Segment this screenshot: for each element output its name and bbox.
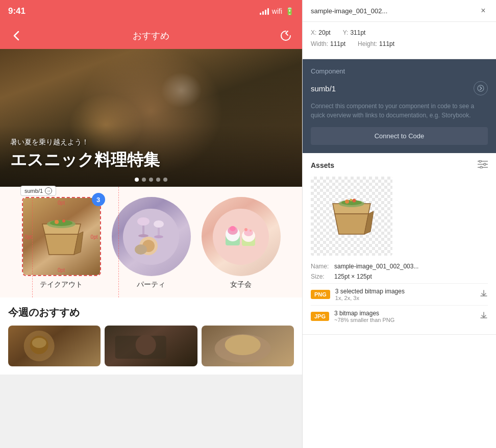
svg-marker-0	[45, 234, 78, 255]
hero-title: エスニック料理特集	[10, 149, 160, 171]
download-icon-jpg[interactable]	[480, 311, 488, 321]
download-info-jpg: 3 bitmap images ~78% smaller than PNG	[334, 310, 475, 323]
asset-name-row: Name: sample-image_001_002_003...	[311, 263, 488, 270]
asset-name-label: Name:	[311, 263, 331, 270]
weekly-title: 今週のおすすめ	[8, 306, 294, 319]
download-item-jpg[interactable]: JPG 3 bitmap images ~78% smaller than PN…	[311, 305, 488, 327]
svg-point-38	[479, 160, 481, 162]
png-badge: PNG	[311, 290, 330, 299]
category-image-takeout: 0pt 0pt 0pt 0pt	[22, 197, 101, 276]
refresh-button[interactable]	[278, 28, 294, 44]
sumb-label: sumb/1 →	[20, 186, 56, 196]
asset-size-row: Size: 125pt × 125pt	[311, 273, 488, 280]
svg-point-34	[478, 85, 484, 91]
asset-preview-content	[329, 194, 375, 238]
weekly-section: 今週のおすすめ	[0, 297, 302, 375]
sumb-arrow-icon: →	[45, 187, 52, 194]
assets-header: Assets	[311, 160, 488, 170]
dot-5[interactable]	[163, 178, 167, 182]
category-item-party[interactable]: パーティ	[110, 197, 192, 289]
hero-dots	[135, 178, 167, 182]
asset-size-value: 125pt × 125pt	[334, 273, 372, 280]
category-item-girls[interactable]: 女子会	[200, 197, 282, 289]
spacing-left: 0pt	[25, 234, 32, 239]
svg-point-25	[244, 228, 247, 231]
dot-4[interactable]	[156, 178, 160, 182]
hero-text: 暑い夏を乗り越えよう！ エスニック料理特集	[0, 138, 170, 171]
weekly-item-1[interactable]	[8, 326, 101, 366]
svg-point-16	[135, 244, 147, 255]
component-navigate-button[interactable]	[474, 81, 488, 95]
component-section: Component sumb/1 Connect this component …	[303, 59, 496, 153]
spacing-right: 0pt	[91, 234, 98, 239]
prop-x: X: 20pt	[311, 29, 331, 36]
takeout-food-image	[23, 198, 100, 275]
battery-icon: 🔋	[285, 7, 294, 15]
download-subtitle-jpg: ~78% smaller than PNG	[334, 317, 475, 323]
takeout-box-svg	[37, 214, 86, 260]
svg-point-33	[225, 335, 260, 355]
weekly-grid	[8, 326, 294, 366]
party-food-image	[112, 197, 191, 276]
signal-icon	[260, 8, 269, 15]
hero-banner: 暑い夏を乗り越えよう！ エスニック料理特集	[0, 49, 302, 187]
nav-bar: おすすめ	[0, 22, 302, 49]
svg-marker-41	[335, 214, 368, 234]
asset-size-label: Size:	[311, 273, 331, 280]
back-button[interactable]	[8, 28, 24, 44]
weekly-item-2[interactable]	[105, 326, 197, 366]
status-icons: wifi 🔋	[260, 7, 294, 15]
spacing-top: 0pt	[58, 200, 65, 206]
svg-point-47	[353, 199, 356, 203]
prop-x-label: X:	[311, 29, 316, 36]
dot-2[interactable]	[142, 178, 146, 182]
close-button[interactable]: ×	[479, 6, 488, 15]
prop-width: Width: 111pt	[311, 40, 345, 47]
filter-icon[interactable]	[478, 160, 488, 170]
download-item-png[interactable]: PNG 3 selected bitmap images 1x, 2x, 3x	[311, 283, 488, 305]
file-name: sample-image_001_002...	[311, 7, 387, 15]
connect-to-code-button[interactable]: Connect to Code	[311, 127, 488, 145]
dot-3[interactable]	[149, 178, 153, 182]
status-bar: 9:41 wifi 🔋	[0, 0, 302, 22]
nav-title: おすすめ	[133, 30, 169, 42]
svg-point-17	[213, 209, 269, 265]
svg-point-10	[138, 234, 148, 237]
selection-badge: 3	[92, 193, 105, 206]
download-title-png: 3 selected bitmap images	[335, 288, 475, 295]
svg-point-21	[230, 226, 236, 231]
hero-subtitle: 暑い夏を乗り越えよう！	[10, 138, 160, 147]
asset-box-svg	[329, 194, 375, 238]
girls-food-image	[202, 197, 281, 276]
prop-width-value: 111pt	[330, 40, 345, 47]
download-icon-png[interactable]	[480, 289, 488, 300]
category-label-takeout: テイクアウト	[40, 280, 83, 289]
category-item-takeout[interactable]: sumb/1 → 0pt 0pt 0pt 0pt	[20, 197, 102, 289]
prop-y-label: Y:	[343, 29, 349, 36]
prop-row-position: X: 20pt Y: 311pt	[311, 29, 488, 36]
asset-preview	[311, 177, 392, 256]
category-label-party: パーティ	[137, 280, 165, 289]
prop-y-value: 311pt	[350, 29, 365, 36]
svg-point-7	[123, 209, 179, 265]
svg-point-48	[350, 199, 353, 202]
svg-point-46	[345, 200, 349, 204]
prop-height: Height: 111pt	[358, 40, 394, 47]
download-info-png: 3 selected bitmap images 1x, 2x, 3x	[335, 288, 475, 301]
svg-point-29	[32, 338, 46, 348]
dot-1[interactable]	[135, 178, 139, 182]
prop-height-value: 111pt	[379, 40, 394, 47]
svg-point-40	[480, 166, 482, 168]
svg-point-26	[250, 230, 252, 232]
assets-title: Assets	[311, 161, 334, 169]
download-title-jpg: 3 bitmap images	[334, 310, 475, 317]
assets-section: Assets	[303, 153, 496, 335]
status-time: 9:41	[8, 6, 26, 16]
mobile-panel: 9:41 wifi 🔋 おすすめ	[0, 0, 302, 448]
prop-row-size: Width: 111pt Height: 111pt	[311, 40, 488, 47]
category-image-girls	[202, 197, 281, 276]
weekly-item-3[interactable]	[202, 326, 294, 366]
svg-point-39	[484, 163, 486, 165]
category-image-wrapper: 0pt 0pt 0pt 0pt	[22, 197, 101, 276]
svg-point-8	[137, 217, 150, 226]
